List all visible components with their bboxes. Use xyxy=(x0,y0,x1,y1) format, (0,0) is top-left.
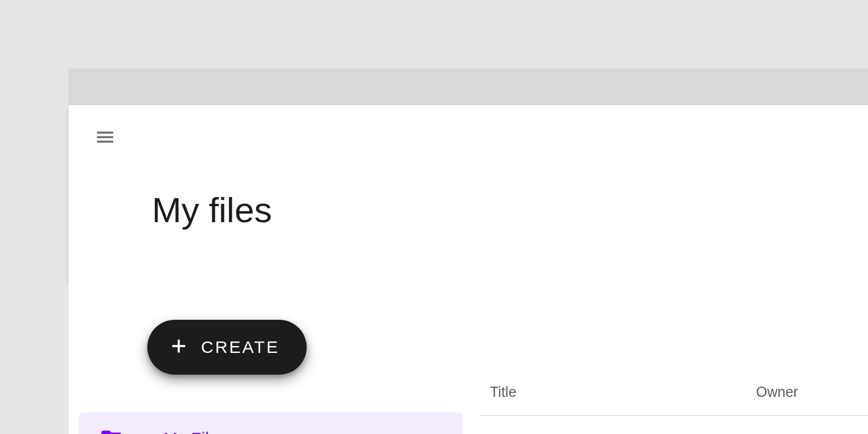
table-row[interactable]: Photos Sandra Adams xyxy=(480,416,868,434)
column-header-owner[interactable]: Owner xyxy=(756,384,798,400)
sidebar-item-my-files[interactable]: My Files xyxy=(79,412,463,434)
menu-button[interactable] xyxy=(91,124,119,152)
window-titlebar xyxy=(69,69,868,105)
menu-icon xyxy=(94,126,116,150)
create-button-label: CREATE xyxy=(201,337,279,357)
svg-rect-1 xyxy=(97,136,114,138)
folder-icon xyxy=(99,427,123,434)
file-table: Title Owner Photos Sandra Adams xyxy=(480,281,868,434)
app-window: My files CREATE My Files Shared with me xyxy=(69,69,868,434)
page-title: My files xyxy=(152,190,272,230)
plus-icon xyxy=(169,336,188,358)
svg-rect-0 xyxy=(97,132,114,134)
svg-rect-2 xyxy=(97,140,114,142)
sidebar-item-label: My Files xyxy=(163,429,227,434)
top-app-bar: My files xyxy=(69,105,868,281)
table-header: Title Owner xyxy=(480,384,868,416)
create-button[interactable]: CREATE xyxy=(147,320,307,375)
column-header-title[interactable]: Title xyxy=(490,384,756,400)
